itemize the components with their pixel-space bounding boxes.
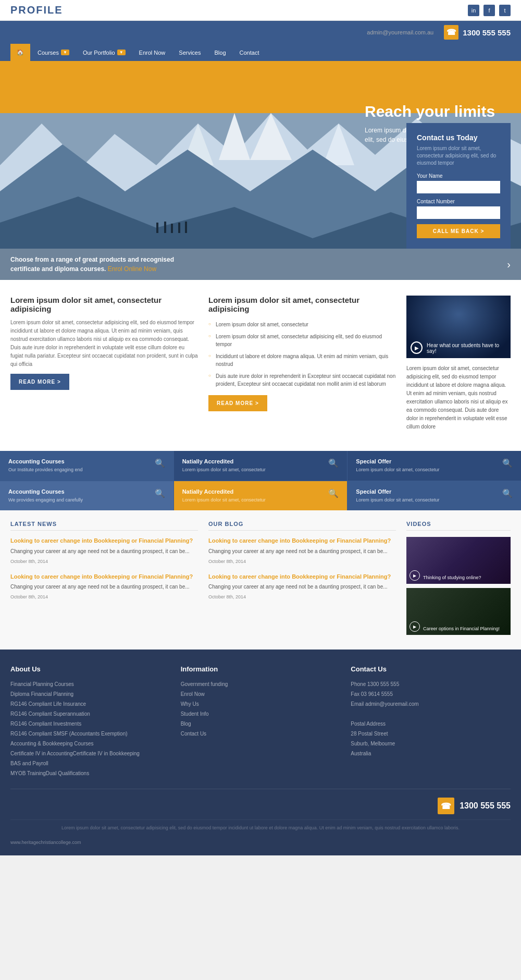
- nav-portfolio[interactable]: Our Portfolio ▼: [77, 44, 132, 61]
- read-more-dark-button[interactable]: READ MORE >: [10, 374, 69, 390]
- logo: PROFILE: [10, 4, 63, 16]
- nav-blog[interactable]: Blog: [208, 44, 232, 61]
- footer-link[interactable]: MYOB TrainingDual Qualifications: [10, 768, 170, 778]
- courses-badge: ▼: [61, 50, 69, 55]
- col-left: Lorem ipsum dolor sit amet, consectetur …: [10, 296, 198, 435]
- feature-item-4[interactable]: Accounting Courses We provides engaging …: [0, 481, 173, 511]
- linkedin-icon[interactable]: in: [468, 5, 479, 16]
- blog-item-1: Looking to career change into Bookkeepin…: [208, 537, 396, 564]
- footer-email-item: Email admin@youremail.com: [351, 699, 511, 709]
- news-item-2-title[interactable]: Looking to career change into Bookkeepin…: [10, 573, 198, 581]
- banner-arrow-icon[interactable]: ›: [507, 259, 511, 271]
- footer-link[interactable]: Certificate IV in AccountingCertificate …: [10, 749, 170, 758]
- banner-link[interactable]: Enrol Online Now: [108, 265, 156, 273]
- read-more-orange-button[interactable]: READ MORE >: [208, 395, 267, 411]
- svg-rect-9: [156, 223, 158, 233]
- col-mid: Lorem ipsum dolor sit amet, consectetur …: [208, 296, 396, 435]
- banner-text: Choose from a range of great products an…: [10, 255, 188, 274]
- feature-desc-5: Lorem ipsum dolor sit amet, consectetur: [182, 497, 266, 504]
- footer-link[interactable]: RG146 Compliant Investments: [10, 719, 170, 729]
- videos-title: VIDEOS: [406, 521, 511, 531]
- feature-grid: Accounting Courses Our Institute provide…: [0, 451, 521, 510]
- footer-postal-label: Postal Address: [351, 719, 511, 729]
- footer-bottom: ☎ 1300 555 555: [10, 789, 511, 814]
- col1-text: Lorem ipsum dolor sit amet, consectetur …: [10, 318, 198, 369]
- feature-text-4: Accounting Courses We provides engaging …: [8, 488, 83, 504]
- feature-item-2[interactable]: Natially Accredited Lorem ipsum dolor si…: [174, 451, 348, 481]
- feature-title-6: Special Offer: [356, 488, 439, 495]
- footer-country: Australia: [351, 749, 511, 758]
- blog-item-2: Looking to career change into Bookkeepin…: [208, 573, 396, 600]
- nav-enrol[interactable]: Enrol Now: [133, 44, 172, 61]
- footer-link[interactable]: Accounting & Bookkeeping Courses: [10, 739, 170, 749]
- list-item: Duis aute irure dolor in reprehenderit i…: [208, 370, 396, 390]
- facebook-icon[interactable]: f: [483, 5, 495, 16]
- portfolio-badge: ▼: [117, 50, 126, 55]
- feature-icon-4: 🔍: [155, 488, 165, 498]
- blog-item-1-title[interactable]: Looking to career change into Bookkeepin…: [208, 537, 396, 545]
- feature-title-5: Natially Accredited: [182, 488, 266, 495]
- phone-icon: ☎: [444, 25, 458, 40]
- col2-list: Lorem ipsum dolor sit amet, consectetur …: [208, 318, 396, 390]
- header-phone: 1300 555 555: [463, 28, 511, 37]
- name-label: Your Name: [417, 173, 500, 179]
- news-item-1-title[interactable]: Looking to career change into Bookkeepin…: [10, 537, 198, 545]
- footer-link[interactable]: Why Us: [181, 699, 341, 709]
- feature-desc-4: We provides engaging and carefully: [8, 497, 83, 504]
- footer-link[interactable]: Diploma Financial Planning: [10, 689, 170, 699]
- footer-link[interactable]: Financial Planning Courses: [10, 679, 170, 689]
- footer-link[interactable]: RG146 Compliant Life Insurance: [10, 699, 170, 709]
- news-item-1: Looking to career change into Bookkeepin…: [10, 537, 198, 564]
- feature-item-6[interactable]: Special Offer Lorem ipsum dolor sit amet…: [348, 481, 521, 511]
- video-label-2: Career options in Financial Planning!: [423, 626, 500, 632]
- blog-item-1-date: October 8th, 2014: [208, 559, 246, 564]
- col3-text: Lorem ipsum dolor sit amet, consectetur …: [406, 364, 511, 431]
- footer-about-list: Financial Planning Courses Diploma Finan…: [10, 679, 170, 778]
- footer-spacer: [351, 709, 511, 719]
- phone-symbol: ☎: [446, 28, 456, 37]
- footer-link[interactable]: Enrol Now: [181, 689, 341, 699]
- phone-label: Contact Number: [417, 199, 500, 204]
- blog-item-2-title[interactable]: Looking to career change into Bookkeepin…: [208, 573, 396, 581]
- feature-icon-2: 🔍: [328, 458, 339, 468]
- footer-link[interactable]: BAS and Payroll: [10, 758, 170, 768]
- feature-item-3[interactable]: Special Offer Lorem ipsum dolor sit amet…: [348, 451, 521, 481]
- footer-link[interactable]: Blog: [181, 719, 341, 729]
- footer-copyright: Lorem ipsum dolor sit amet, consectetur …: [10, 819, 511, 836]
- call-back-button[interactable]: CALL ME BACK >: [417, 224, 500, 238]
- nav-courses[interactable]: Courses ▼: [31, 44, 76, 61]
- contact-panel: Contact us Today Lorem ipsum dolor sit a…: [406, 123, 511, 249]
- contact-bar: admin@youremail.com.au ☎ 1300 555 555: [0, 21, 521, 44]
- footer-link[interactable]: RG146 Compliant SMSF (Accountants Exempt…: [10, 729, 170, 739]
- footer-link[interactable]: Student Info: [181, 709, 341, 719]
- nav-contact[interactable]: Contact: [233, 44, 266, 61]
- twitter-icon[interactable]: t: [499, 5, 511, 16]
- contact-form-subtitle: Lorem ipsum dolor sit amet, consectetur …: [417, 145, 500, 167]
- blog-col: OUR BLOG Looking to career change into B…: [208, 521, 396, 639]
- nav-home[interactable]: 🏠: [10, 44, 30, 61]
- video-play-button[interactable]: ▶: [411, 341, 423, 354]
- feature-title-4: Accounting Courses: [8, 488, 83, 495]
- feature-item-5[interactable]: Natially Accredited Lorem ipsum dolor si…: [174, 481, 348, 511]
- footer-phone-icon: ☎: [438, 798, 454, 814]
- footer-info-title: Information: [181, 665, 341, 673]
- feature-text-3: Special Offer Lorem ipsum dolor sit amet…: [356, 458, 439, 473]
- feature-text-5: Natially Accredited Lorem ipsum dolor si…: [182, 488, 266, 504]
- footer-link[interactable]: RG146 Compliant Superannuation: [10, 709, 170, 719]
- col-right-text: Lorem ipsum dolor sit amet, consectetur …: [406, 364, 511, 431]
- feature-icon-1: 🔍: [155, 458, 165, 468]
- footer-fax-item: Fax 03 9614 5555: [351, 689, 511, 699]
- list-item: Incididunt ut labore et dolore magna ali…: [208, 350, 396, 370]
- blog-item-1-text: Changing your career at any age need not…: [208, 547, 396, 555]
- hero-section: Reach your limits Lorem ipsum dolor sit …: [0, 61, 521, 280]
- footer-phone-item: Phone 1300 555 555: [351, 679, 511, 689]
- feature-item-1[interactable]: Accounting Courses Our Institute provide…: [0, 451, 173, 481]
- videos-col: VIDEOS ▶ Thinking of studying online? ▶ …: [406, 521, 511, 639]
- feature-icon-5: 🔍: [328, 488, 339, 498]
- footer-info: Information Government funding Enrol Now…: [181, 665, 341, 778]
- nav-services[interactable]: Services: [172, 44, 207, 61]
- footer-link[interactable]: Contact Us: [181, 729, 341, 739]
- name-input[interactable]: [417, 181, 500, 193]
- contact-phone-input[interactable]: [417, 206, 500, 219]
- footer-link[interactable]: Government funding: [181, 679, 341, 689]
